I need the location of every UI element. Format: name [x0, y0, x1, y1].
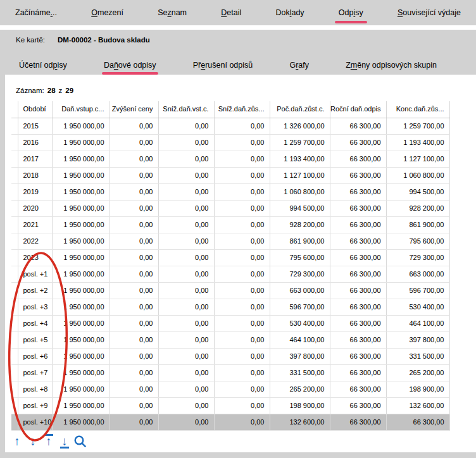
table-row[interactable]: posl. +91 950 000,000,000,000,00198 900,…: [11, 397, 449, 414]
value-cell: 0,00: [158, 249, 214, 266]
value-cell: 0,00: [158, 381, 214, 397]
value-cell: 0,00: [158, 266, 214, 282]
card-info-row: Ke kartě: DM-00002 - Budova skladu: [0, 30, 476, 44]
table-row[interactable]: posl. +81 950 000,000,000,000,00265 200,…: [11, 381, 449, 397]
value-cell: 66 300,00: [330, 134, 386, 151]
value-cell: 464 100,00: [386, 315, 449, 331]
value-cell: 0,00: [110, 397, 158, 414]
table-row[interactable]: 20171 950 000,000,000,000,001 193 400,00…: [11, 151, 449, 167]
value-cell: 66 300,00: [330, 299, 386, 315]
value-cell: 1 950 000,00: [52, 364, 110, 381]
table-header-row: ObdobíDaň.vstup.c...Zvýšení cenySníž.daň…: [11, 101, 449, 118]
value-cell: 1 950 000,00: [52, 118, 110, 134]
top-tab-bar: Začínáme... Omezení Seznam Detail Doklad…: [0, 0, 476, 25]
value-cell: 0,00: [214, 183, 270, 200]
column-header-1[interactable]: Daň.vstup.c...: [52, 101, 110, 118]
value-cell: 0,00: [214, 233, 270, 249]
row-marker-header: [11, 101, 18, 118]
value-cell: 66 300,00: [330, 151, 386, 167]
table-row[interactable]: posl. +71 950 000,000,000,000,00331 500,…: [11, 364, 449, 381]
subtab-grafy[interactable]: Grafy: [289, 56, 309, 75]
app-window: Začínáme... Omezení Seznam Detail Doklad…: [0, 0, 476, 458]
value-cell: 0,00: [214, 200, 270, 216]
column-header-2[interactable]: Zvýšení ceny: [110, 101, 158, 118]
value-cell: 1 060 800,00: [386, 167, 449, 183]
row-marker: [11, 249, 18, 266]
value-cell: 729 300,00: [270, 266, 330, 282]
table-row[interactable]: 20221 950 000,000,000,000,00861 900,0066…: [11, 233, 449, 249]
value-cell: 132 600,00: [386, 397, 449, 414]
column-header-4[interactable]: Sníž.daň.zůs...: [214, 101, 270, 118]
value-cell: 663 000,00: [270, 282, 330, 299]
period-cell: posl. +1: [18, 266, 52, 282]
subtab-preruseni-odpisu[interactable]: Přerušení odpisů: [193, 56, 253, 75]
subtab-danove-odpisy[interactable]: Daňové odpisy: [104, 56, 156, 75]
value-cell: 66 300,00: [330, 282, 386, 299]
table-row[interactable]: posl. +41 950 000,000,000,000,00530 400,…: [11, 315, 449, 331]
table-row[interactable]: posl. +21 950 000,000,000,000,00663 000,…: [11, 282, 449, 299]
tab-label: Doklady: [275, 8, 304, 17]
value-cell: 0,00: [158, 167, 214, 183]
row-marker: [11, 364, 18, 381]
table-row[interactable]: 20231 950 000,000,000,000,00795 600,0066…: [11, 249, 449, 266]
tab-label: Omezení: [91, 8, 123, 17]
row-marker: [11, 381, 18, 397]
tab-zaciname[interactable]: Začínáme...: [15, 0, 57, 25]
table-row[interactable]: 20201 950 000,000,000,000,00994 500,0066…: [11, 200, 449, 216]
period-cell: 2020: [18, 200, 52, 216]
value-cell: 0,00: [158, 183, 214, 200]
move-to-last-icon[interactable]: ↓: [58, 433, 72, 449]
card-value: DM-00002 - Budova skladu: [58, 36, 150, 44]
table-row[interactable]: posl. +11 950 000,000,000,000,00729 300,…: [11, 266, 449, 282]
value-cell: 0,00: [110, 216, 158, 233]
value-cell: 1 950 000,00: [52, 167, 110, 183]
tab-souvisejici-vydaje[interactable]: Související výdaje: [398, 0, 461, 25]
value-cell: 1 950 000,00: [52, 397, 110, 414]
value-cell: 66 300,00: [330, 167, 386, 183]
column-header-7[interactable]: Konc.daň.zůs...: [386, 101, 449, 118]
table-row[interactable]: 20151 950 000,000,000,000,001 326 000,00…: [11, 118, 449, 134]
tab-omezeni[interactable]: Omezení: [91, 0, 123, 25]
tab-seznam[interactable]: Seznam: [158, 0, 187, 25]
value-cell: 0,00: [214, 216, 270, 233]
row-marker: [11, 183, 18, 200]
tab-doklady[interactable]: Doklady: [275, 0, 304, 25]
value-cell: 66 300,00: [330, 216, 386, 233]
table-row[interactable]: posl. +61 950 000,000,000,000,00397 800,…: [11, 348, 449, 364]
row-marker: [11, 331, 18, 348]
table-row[interactable]: posl. +31 950 000,000,000,000,00596 700,…: [11, 299, 449, 315]
table-row[interactable]: posl. +51 950 000,000,000,000,00464 100,…: [11, 331, 449, 348]
table-row[interactable]: 20191 950 000,000,000,000,001 060 800,00…: [11, 183, 449, 200]
move-up-icon[interactable]: ↑: [10, 433, 24, 449]
value-cell: 66 300,00: [330, 266, 386, 282]
value-cell: 795 600,00: [270, 249, 330, 266]
column-header-6[interactable]: Roční daň.odpis: [330, 101, 386, 118]
tab-odpisy[interactable]: Odpisy: [339, 0, 363, 25]
period-cell: posl. +7: [18, 364, 52, 381]
subtab-ucetni-odpisy[interactable]: Účetní odpisy: [19, 56, 67, 75]
card-header-band: Ke kartě: DM-00002 - Budova skladu Účetn…: [0, 30, 476, 75]
table-row[interactable]: 20211 950 000,000,000,000,00928 200,0066…: [11, 216, 449, 233]
period-cell: posl. +9: [18, 397, 52, 414]
subtab-label: Účetní odpisy: [19, 61, 67, 70]
table-row[interactable]: 20161 950 000,000,000,000,001 259 700,00…: [11, 134, 449, 151]
value-cell: 861 900,00: [386, 216, 449, 233]
value-cell: 0,00: [158, 200, 214, 216]
column-header-3[interactable]: Sníž.daň.vst.c.: [158, 101, 214, 118]
row-marker: [11, 414, 18, 430]
value-cell: 397 800,00: [386, 331, 449, 348]
table-row[interactable]: posl. +101 950 000,000,000,000,00132 600…: [11, 414, 449, 430]
row-marker: [11, 216, 18, 233]
column-header-0[interactable]: Období: [18, 101, 52, 118]
value-cell: 0,00: [110, 381, 158, 397]
subtab-zmeny-odpisovych-skupin[interactable]: Změny odpisových skupin: [346, 56, 437, 75]
value-cell: 265 200,00: [386, 364, 449, 381]
value-cell: 0,00: [158, 299, 214, 315]
search-icon[interactable]: [73, 433, 87, 449]
column-header-5[interactable]: Poč.daň.zůst.c.: [270, 101, 330, 118]
table-row[interactable]: 20181 950 000,000,000,000,001 127 100,00…: [11, 167, 449, 183]
tab-detail[interactable]: Detail: [221, 0, 241, 25]
value-cell: 66 300,00: [330, 249, 386, 266]
move-down-icon[interactable]: ↓: [26, 433, 40, 449]
move-to-first-icon[interactable]: ↑: [42, 433, 56, 449]
